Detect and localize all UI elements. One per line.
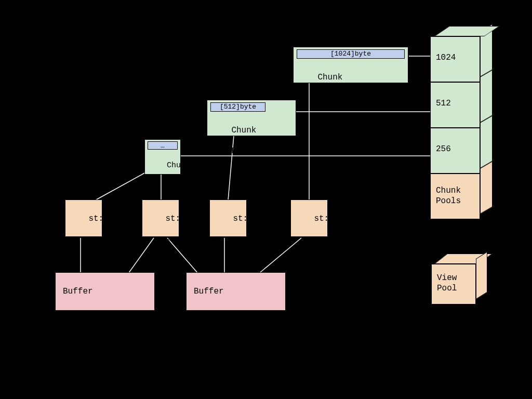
view-3-end: end: (314, 235, 334, 244)
view-1-st: st: 8 (165, 214, 190, 223)
buffer-left: Buffer (55, 272, 155, 311)
view-2-st: st: 0 (233, 214, 258, 223)
view-0-val: 256 (88, 256, 103, 265)
pool-label-box: Chunk Pools (430, 174, 480, 219)
byte-label-512: [512]byte (220, 103, 256, 111)
view-3-st: st: 0 (314, 214, 339, 223)
view-1: st: 8 end: 100 (142, 200, 179, 237)
view-1-end: end: (165, 235, 185, 244)
view-3: st: 0 end: 600 (290, 200, 328, 237)
view-2: st: 0 end: 194 (209, 200, 247, 237)
view-2-end: end: (233, 235, 252, 244)
chunk-1024: [1024]byte Chunk RefCount: 1 (293, 47, 408, 83)
chunk-pools-stack: 1024 512 256 Chunk Pools (430, 33, 493, 231)
view-0-st: st: 0 (88, 214, 113, 223)
chunk-1024-refcount: RefCount: 1 (317, 94, 373, 103)
pool-1024: 1024 (430, 36, 480, 82)
view-pool-label: View Pool (437, 273, 457, 293)
buffer-left-label: Buffer (63, 287, 93, 296)
pool-256: 256 (430, 128, 480, 174)
byte-bar-512: [512]byte (210, 102, 265, 112)
byte-bar-1024: [1024]byte (297, 49, 405, 59)
chunk-small-label: Chunk (167, 161, 190, 170)
view-0: st: 0 end: 256 (65, 200, 102, 237)
pool-256-label: 256 (436, 144, 451, 154)
pool-512-label: 512 (436, 99, 451, 108)
byte-label-small: … (161, 142, 165, 150)
buffer-right-label: Buffer (194, 287, 224, 296)
byte-bar-small: … (148, 141, 178, 150)
view-0-end: end: (88, 235, 108, 244)
buffer-right: Buffer (186, 272, 286, 311)
pool-label: Chunk Pools (436, 186, 461, 206)
chunk-512-label: Chunk (231, 126, 256, 135)
view-pool: View Pool (431, 260, 494, 317)
chunk-small-refcount: RC: 2 (167, 180, 190, 189)
byte-label-1024: [1024]byte (330, 50, 371, 58)
pool-1024-label: 1024 (436, 53, 456, 62)
chunk-small: … Chunk RC: 2 (144, 139, 181, 175)
view-3-val: 600 (314, 256, 329, 265)
view-1-val: 100 (165, 256, 180, 265)
chunk-512: [512]byte Chunk RefCount: 1 (207, 100, 296, 136)
chunk-1024-label: Chunk (317, 73, 342, 82)
pool-512: 512 (430, 82, 480, 128)
chunk-512-refcount: RefCount: 1 (231, 147, 286, 156)
view-pool-front: View Pool (431, 264, 476, 304)
view-2-val: 194 (233, 256, 248, 265)
